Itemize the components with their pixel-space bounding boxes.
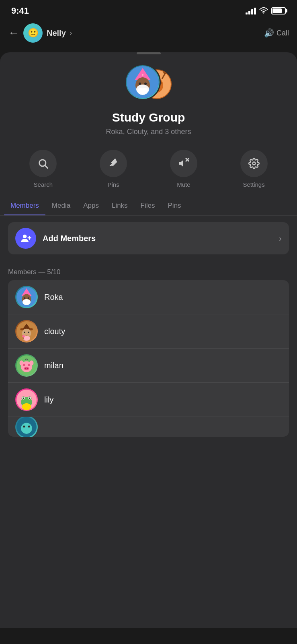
member-name-lily: lily (44, 395, 53, 405)
group-name: Study Group (12, 111, 285, 124)
bottom-sheet: Study Group Roka, Clouty, and 3 others S… (0, 52, 297, 628)
svg-point-54 (25, 368, 26, 369)
member-name-roka: Roka (44, 293, 63, 302)
svg-point-39 (26, 291, 28, 293)
add-members-label: Add Members (43, 234, 279, 243)
list-item[interactable]: Roka (8, 280, 289, 314)
wifi-icon (259, 6, 268, 16)
svg-point-55 (27, 368, 28, 369)
member-avatar-lily (15, 388, 38, 411)
svg-point-56 (20, 361, 24, 366)
list-item[interactable]: milan (8, 348, 289, 382)
svg-point-0 (263, 12, 264, 13)
svg-point-57 (30, 361, 34, 366)
settings-action-button[interactable]: Settings (240, 150, 268, 188)
svg-marker-26 (179, 160, 183, 167)
member-avatar-last (15, 417, 38, 437)
svg-point-30 (23, 235, 27, 238)
add-members-section: Add Members › (0, 216, 297, 261)
pins-action-icon (100, 150, 127, 177)
mute-action-button[interactable]: Mute (170, 150, 197, 188)
svg-point-65 (29, 397, 31, 399)
pins-action-label: Pins (108, 181, 119, 188)
back-button[interactable]: ← (8, 27, 19, 39)
mute-action-label: Mute (177, 181, 190, 188)
nav-contact-name: Nelly (47, 29, 66, 38)
add-members-icon (15, 228, 36, 249)
tab-media[interactable]: Media (45, 196, 77, 215)
group-info: Study Group Roka, Clouty, and 3 others (0, 111, 297, 140)
list-item[interactable]: lily (8, 382, 289, 417)
call-icon: 🔊 (264, 28, 274, 38)
tab-members[interactable]: Members (4, 196, 45, 215)
member-name-milan: milan (44, 361, 63, 370)
signal-icon (246, 7, 256, 14)
battery-icon (271, 7, 286, 14)
svg-point-37 (28, 297, 29, 299)
svg-point-47 (22, 335, 25, 337)
member-avatar-roka (15, 286, 38, 308)
tabs-row: Members Media Apps Links Files Pins (0, 196, 297, 216)
nav-contact-avatar: 🙂 (23, 23, 43, 43)
call-label: Call (277, 29, 289, 37)
member-name-clouty: clouty (44, 327, 65, 336)
svg-point-18 (139, 83, 141, 85)
status-icons (246, 6, 286, 16)
svg-point-69 (23, 425, 25, 427)
status-bar: 9:41 (0, 0, 297, 19)
svg-line-25 (45, 165, 48, 168)
svg-point-70 (28, 425, 30, 427)
tab-pins[interactable]: Pins (162, 196, 188, 215)
add-members-button[interactable]: Add Members › (8, 222, 289, 254)
svg-point-38 (23, 299, 31, 305)
top-nav: ← 🙂 Nelly › 🔊 Call (0, 19, 297, 47)
svg-point-29 (252, 162, 255, 165)
add-members-chevron-icon: › (279, 234, 282, 243)
member-avatar-clouty (15, 320, 38, 343)
mute-action-icon (170, 150, 197, 177)
settings-action-icon (240, 150, 268, 177)
list-item[interactable]: clouty (8, 314, 289, 348)
tab-apps[interactable]: Apps (77, 196, 105, 215)
svg-point-68 (21, 423, 32, 434)
nav-name-chevron-icon: › (70, 29, 72, 37)
member-avatar-milan (15, 354, 38, 377)
svg-point-36 (24, 297, 26, 299)
group-avatar-stack (125, 64, 173, 104)
pins-action-button[interactable]: Pins (100, 150, 127, 188)
svg-point-53 (24, 367, 29, 370)
tab-files[interactable]: Files (134, 196, 162, 215)
top-nav-left: ← 🙂 Nelly › (8, 23, 72, 43)
svg-point-19 (144, 83, 147, 85)
svg-point-64 (23, 397, 25, 399)
members-list: Roka (8, 280, 289, 437)
svg-point-44 (24, 332, 25, 333)
tab-links[interactable]: Links (105, 196, 134, 215)
group-avatar-front (125, 64, 161, 100)
svg-point-23 (142, 74, 143, 76)
search-action-button[interactable]: Search (29, 150, 57, 188)
action-buttons-row: Search Pins Mute (0, 140, 297, 196)
search-action-label: Search (34, 181, 53, 188)
call-button[interactable]: 🔊 Call (264, 28, 289, 38)
group-members-subtitle: Roka, Clouty, and 3 others (12, 128, 285, 136)
list-item[interactable] (8, 417, 289, 437)
status-time: 9:41 (11, 6, 29, 16)
svg-point-45 (28, 332, 29, 333)
group-avatar-section (0, 54, 297, 111)
search-action-icon (29, 150, 57, 177)
settings-action-label: Settings (243, 181, 265, 188)
members-count-label: Members — 5/10 (0, 261, 297, 280)
